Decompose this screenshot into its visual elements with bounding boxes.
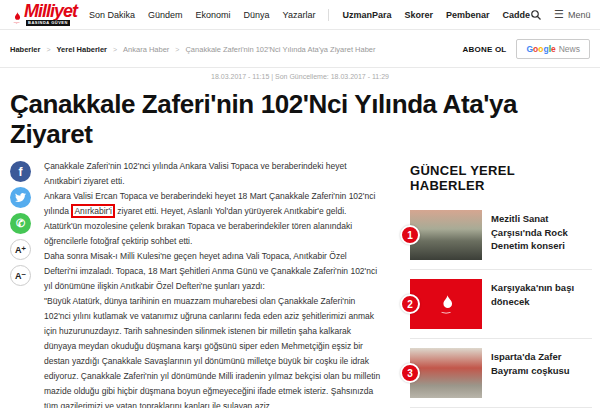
nav-item-gundem[interactable]: Gündem xyxy=(148,10,183,20)
news-title[interactable]: Isparta'da Zafer Bayramı coşkusu xyxy=(491,348,592,377)
news-thumbnail: 3 xyxy=(410,348,482,398)
article-body: Çanakkale Zaferi'nin 102'nci yılında Ank… xyxy=(44,159,398,408)
milliyet-logo[interactable]: Milliyet BASINDA GÜVEN xyxy=(10,3,77,25)
subscribe-area: ABONE OL Google News xyxy=(463,39,590,59)
menu-button[interactable]: ☰ Menü xyxy=(554,8,590,21)
red-annotation-box: Anırkabir'i xyxy=(71,204,115,218)
sidebar-news-item-1[interactable]: 1 Mezitli Sanat Çarşısı'nda Rock Denetim… xyxy=(410,201,592,269)
abone-ol-button[interactable]: ABONE OL xyxy=(463,45,507,54)
font-decrease-icon: A⁻ xyxy=(15,271,26,281)
nav-item-yazarlar[interactable]: Yazarlar xyxy=(283,10,316,20)
hamburger-icon: ☰ xyxy=(554,8,564,21)
top-navbar: Milliyet BASINDA GÜVEN Son Dakika Gündem… xyxy=(0,0,600,30)
breadcrumb-separator: > xyxy=(46,46,50,53)
local-news-sidebar: GÜNCEL YEREL HABERLER 1 Mezitli Sanat Ça… xyxy=(398,159,592,408)
breadcrumb-yerel-haberler[interactable]: Yerel Haberler xyxy=(57,45,107,54)
publish-update-timestamps: 18.03.2017 - 11:15 | Son Güncelleme: 18.… xyxy=(211,73,389,80)
search-icon[interactable] xyxy=(530,9,542,21)
rank-badge: 3 xyxy=(400,363,420,383)
breadcrumb-separator: > xyxy=(175,46,179,53)
nav-item-skorer[interactable]: Skorer xyxy=(405,10,434,20)
logo-tagline: BASINDA GÜVEN xyxy=(26,20,70,26)
breadcrumb-haberler[interactable]: Haberler xyxy=(10,45,40,54)
breadcrumb: Haberler > Yerel Haberler > Ankara Haber… xyxy=(10,45,376,54)
news-title[interactable]: Karşıyaka'nın başı dönecek xyxy=(491,279,592,308)
share-rail: f ✆ A⁺ A⁻ xyxy=(10,159,44,408)
whatsapp-icon: ✆ xyxy=(16,217,25,230)
article-headline: Çanakkale Zaferi'nin 102'Nci Yılında Ata… xyxy=(10,89,590,149)
google-news-label: News xyxy=(559,44,580,54)
rank-badge: 1 xyxy=(400,225,420,245)
menu-label: Menü xyxy=(568,10,591,20)
nav-divider xyxy=(328,9,329,21)
nav-item-pembenar[interactable]: Pembenar xyxy=(446,10,490,20)
article-paragraph: Ankara Valisi Ercan Topaca ve beraberind… xyxy=(44,189,382,249)
google-wordmark: Google xyxy=(526,44,555,54)
facebook-icon: f xyxy=(19,165,23,179)
news-title[interactable]: Mezitli Sanat Çarşısı'nda Rock Denetim k… xyxy=(491,210,592,252)
font-decrease-button[interactable]: A⁻ xyxy=(10,265,31,286)
nav-item-ekonomi[interactable]: Ekonomi xyxy=(196,10,231,20)
nav-item-uzmanpara[interactable]: UzmanPara xyxy=(342,10,391,20)
nav-item-dunya[interactable]: Dünya xyxy=(244,10,270,20)
article-paragraph: Çanakkale Zaferi'nin 102'nci yılında Ank… xyxy=(44,159,382,189)
font-increase-button[interactable]: A⁺ xyxy=(10,239,31,260)
breadcrumb-current-page: Çanakkale Zaferi'nin 102'Nci Yılında Ata… xyxy=(185,45,375,54)
nav-item-cadde[interactable]: Cadde xyxy=(503,10,531,20)
news-thumbnail: 2 xyxy=(410,279,482,329)
article-date-row: 18.03.2017 - 11:15 | Son Güncelleme: 18.… xyxy=(0,68,600,82)
google-news-button[interactable]: Google News xyxy=(516,39,590,59)
sidebar-news-item-3[interactable]: 3 Isparta'da Zafer Bayramı coşkusu xyxy=(410,338,592,407)
article-paragraph: Daha sonra Misak-ı Milli Kulesi'ne geçen… xyxy=(44,249,382,294)
twitter-share-button[interactable] xyxy=(10,187,31,208)
breadcrumb-separator: > xyxy=(113,46,117,53)
milliyet-flame-icon xyxy=(435,291,457,317)
sidebar-heading: GÜNCEL YEREL HABERLER xyxy=(410,163,592,193)
logo-text: Milliyet xyxy=(24,3,77,19)
breadcrumb-ankara-haber[interactable]: Ankara Haber xyxy=(123,45,169,54)
navbar-right: ☰ Menü xyxy=(530,8,590,21)
breadcrumb-bar: Haberler > Yerel Haberler > Ankara Haber… xyxy=(0,30,600,68)
whatsapp-share-button[interactable]: ✆ xyxy=(10,213,31,234)
nav-item-son-dakika[interactable]: Son Dakika xyxy=(89,10,135,20)
main-nav: Son Dakika Gündem Ekonomi Dünya Yazarlar… xyxy=(89,9,530,21)
article-paragraph: "Büyük Atatürk, dünya tarihinin en muazz… xyxy=(44,294,382,408)
milliyet-flame-icon xyxy=(10,9,23,26)
news-thumbnail: 1 xyxy=(410,210,482,260)
rank-badge: 2 xyxy=(400,294,420,314)
sidebar-news-item-2[interactable]: 2 Karşıyaka'nın başı dönecek xyxy=(410,269,592,338)
font-increase-icon: A⁺ xyxy=(15,245,26,255)
facebook-share-button[interactable]: f xyxy=(10,161,31,182)
twitter-icon xyxy=(15,192,26,203)
content-area: f ✆ A⁺ A⁻ Çanakkale Zaferi'nin 102'nci y… xyxy=(0,157,600,408)
